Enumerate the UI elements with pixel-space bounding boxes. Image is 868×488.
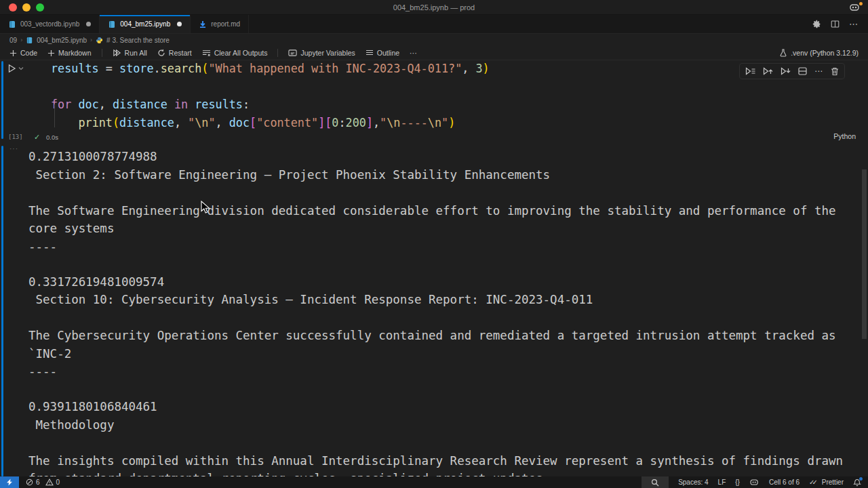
add-code-cell-button[interactable]: Code bbox=[9, 49, 37, 57]
output-line: The insights compiled within this Annual… bbox=[28, 452, 856, 470]
output-block: 0.33172619481009574 Section 10: Cybersec… bbox=[28, 273, 856, 381]
notifications-bell-icon[interactable] bbox=[853, 479, 861, 487]
modified-dot-icon[interactable] bbox=[86, 22, 91, 26]
indentation-indicator[interactable]: Spaces: 4 bbox=[678, 479, 708, 486]
add-markdown-cell-button[interactable]: Markdown bbox=[47, 49, 91, 57]
output-line: 0.2713100078774988 bbox=[28, 148, 856, 166]
modified-dot-icon[interactable] bbox=[177, 22, 182, 26]
zoom-window-button[interactable] bbox=[36, 3, 44, 12]
run-all-icon bbox=[113, 49, 121, 57]
status-bar-right: Spaces: 4 LF {} Cell 6 of 6 ✓✓ Prettier bbox=[642, 476, 868, 488]
cell-focus-bar bbox=[1, 146, 3, 476]
output-line: `INC-2 bbox=[28, 345, 856, 363]
close-window-button[interactable] bbox=[9, 3, 17, 12]
output-line: Section 2: Software Engineering – Projec… bbox=[28, 166, 856, 184]
tab-label: 003_vectordb.ipynb bbox=[20, 20, 79, 28]
mouse-cursor bbox=[201, 201, 210, 214]
warnings-icon bbox=[45, 479, 54, 486]
code-line[interactable]: print(distance, "\n", doc["content"][0:2… bbox=[51, 114, 814, 132]
error-count: 6 bbox=[36, 479, 40, 486]
code-line[interactable]: results = store.search("What happened wi… bbox=[51, 61, 814, 78]
outline-button[interactable]: Outline bbox=[366, 49, 399, 57]
output-line: core systems bbox=[28, 220, 856, 238]
editor-actions: ⋯ bbox=[812, 15, 868, 33]
markdown-file-icon bbox=[199, 20, 207, 28]
run-all-button[interactable]: Run All bbox=[113, 49, 147, 57]
tab-label: report.md bbox=[211, 20, 240, 28]
window-controls[interactable] bbox=[9, 3, 44, 12]
variables-label: Jupyter Variables bbox=[300, 49, 355, 57]
cell-more-actions-icon[interactable]: ⋯ bbox=[814, 66, 823, 76]
tab-003-vectordb[interactable]: 003_vectordb.ipynb bbox=[0, 15, 100, 33]
toolbar-more-button[interactable]: ⋯ bbox=[410, 49, 418, 57]
clear-all-outputs-button[interactable]: Clear All Outputs bbox=[202, 49, 268, 57]
toolbar-divider bbox=[102, 49, 102, 57]
python-symbol-icon bbox=[96, 37, 103, 44]
status-bar: 6 0 Spaces: 4 LF {} Cell 6 of 6 ✓✓ Prett… bbox=[0, 476, 868, 488]
formatter-indicator[interactable]: ✓✓ Prettier bbox=[809, 479, 844, 486]
toolbar-divider bbox=[277, 49, 278, 57]
play-icon bbox=[7, 64, 16, 73]
language-mode-indicator[interactable]: {} bbox=[735, 479, 740, 486]
cell-language-picker[interactable]: Python bbox=[833, 132, 856, 140]
execution-duration: 0.0s bbox=[46, 134, 58, 141]
clear-outputs-icon bbox=[202, 49, 211, 57]
formatter-label: Prettier bbox=[822, 479, 844, 486]
kernel-env-icon bbox=[779, 49, 787, 57]
jupyter-variables-button[interactable]: Jupyter Variables bbox=[288, 49, 355, 57]
chevron-right-icon: › bbox=[90, 37, 92, 43]
code-line[interactable] bbox=[51, 78, 814, 96]
problems-indicator[interactable]: 6 0 bbox=[19, 479, 60, 486]
add-markdown-label: Markdown bbox=[58, 49, 91, 57]
warning-count: 0 bbox=[56, 479, 60, 486]
output-block: 0.2713100078774988 Section 2: Software E… bbox=[28, 148, 856, 256]
notebook-editor: ⋯ results = store.search("What happened … bbox=[0, 61, 868, 476]
gear-icon[interactable] bbox=[812, 20, 821, 28]
code-line[interactable]: for doc, distance in results: bbox=[51, 96, 814, 114]
breadcrumb-folder[interactable]: 09 bbox=[9, 37, 17, 44]
breadcrumb-file[interactable]: 004_bm25.ipynb bbox=[37, 37, 87, 44]
copilot-status-icon[interactable] bbox=[749, 479, 760, 486]
success-check-icon: ✓ bbox=[34, 133, 40, 142]
delete-cell-icon[interactable] bbox=[831, 67, 839, 76]
notebook-file-icon bbox=[8, 20, 16, 28]
add-code-label: Code bbox=[20, 49, 37, 57]
run-all-label: Run All bbox=[125, 49, 147, 57]
cell-position-indicator[interactable]: Cell 6 of 6 bbox=[769, 479, 800, 486]
split-editor-icon[interactable] bbox=[831, 20, 840, 28]
vertical-scrollbar[interactable] bbox=[862, 169, 867, 339]
ellipsis-icon: ⋯ bbox=[410, 49, 418, 57]
notebook-toolbar: Code Markdown Run All Restart Clear All … bbox=[0, 46, 868, 60]
output-line: Section 10: Cybersecurity Analysis – Inc… bbox=[28, 291, 856, 309]
notebook-file-icon bbox=[108, 20, 116, 28]
run-cell-button[interactable] bbox=[7, 64, 24, 73]
output-line: Methodology bbox=[28, 416, 856, 434]
output-block: 0.9391180106840461 Methodology The insig… bbox=[28, 398, 856, 476]
tab-004-bm25[interactable]: 004_bm25.ipynb bbox=[100, 15, 191, 33]
tab-label: 004_bm25.ipynb bbox=[120, 20, 170, 28]
notification-dot bbox=[859, 477, 863, 481]
window-title: 004_bm25.ipynb — prod bbox=[0, 3, 868, 12]
kernel-picker[interactable]: .venv (Python 3.12.9) bbox=[779, 49, 859, 57]
breadcrumb-cell[interactable]: # 3. Search the store bbox=[106, 37, 170, 44]
output-line: ---- bbox=[28, 363, 856, 381]
chevron-down-icon bbox=[18, 66, 24, 70]
restart-button[interactable]: Restart bbox=[157, 49, 192, 57]
notebook-file-icon bbox=[26, 37, 33, 44]
copilot-icon[interactable] bbox=[849, 3, 861, 12]
plus-icon bbox=[9, 49, 17, 57]
output-line bbox=[28, 309, 856, 327]
output-gutter-menu-icon[interactable]: ··· bbox=[9, 145, 18, 152]
output-line: The Cybersecurity Operations Center succ… bbox=[28, 327, 856, 345]
remote-indicator[interactable] bbox=[0, 476, 19, 488]
code-lines[interactable]: results = store.search("What happened wi… bbox=[51, 61, 814, 131]
indent-guide bbox=[54, 104, 55, 127]
more-actions-icon[interactable]: ⋯ bbox=[849, 19, 859, 29]
output-line: 0.9391180106840461 bbox=[28, 398, 856, 416]
tab-report-md[interactable]: report.md bbox=[191, 15, 249, 33]
eol-indicator[interactable]: LF bbox=[718, 479, 726, 486]
output-line bbox=[28, 434, 856, 452]
outline-icon bbox=[366, 49, 374, 57]
minimize-window-button[interactable] bbox=[22, 3, 31, 12]
screencast-zoom-indicator[interactable] bbox=[642, 476, 669, 488]
